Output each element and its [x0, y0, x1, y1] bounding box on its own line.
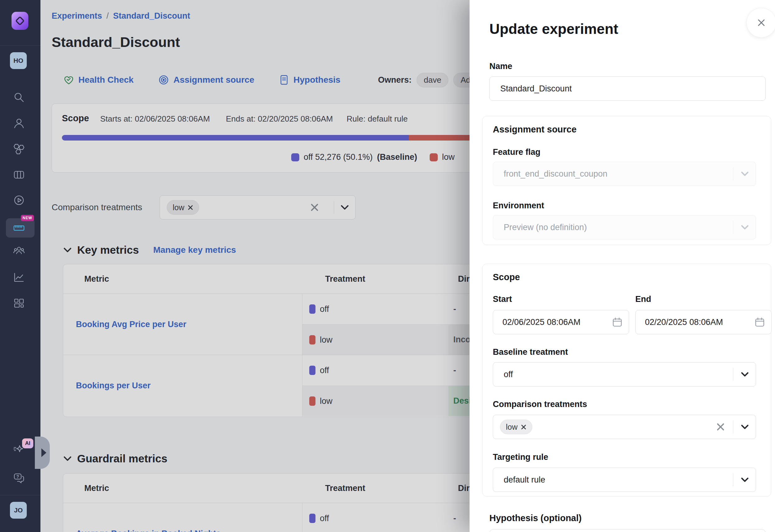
- comparison-treatments-label: Comparison treatments: [52, 195, 142, 220]
- name-label: Name: [490, 62, 513, 71]
- sidebar-item-search[interactable]: [13, 92, 25, 104]
- treatment-chip-low[interactable]: low: [500, 420, 532, 434]
- page-title: Standard_Discount: [52, 34, 180, 50]
- ruler-icon: [13, 222, 25, 234]
- sidebar-item-layouts[interactable]: [13, 169, 25, 181]
- app-logo[interactable]: [12, 12, 28, 30]
- legend-baseline-tag: (Baseline): [377, 152, 417, 162]
- sidebar-item-insights[interactable]: [13, 271, 25, 283]
- collapse-chevron-icon[interactable]: [63, 456, 72, 461]
- chip-remove-icon[interactable]: [521, 424, 527, 430]
- assignment-source-label: Assignment source: [173, 75, 254, 85]
- drawer-title: Update experiment: [490, 21, 618, 37]
- chevron-down-icon: [741, 225, 749, 230]
- treatment-name: off: [320, 366, 329, 375]
- sidebar-item-metrics-active[interactable]: [13, 222, 25, 234]
- treatment-chip-low[interactable]: low: [167, 200, 199, 215]
- metric-cell: Average Bookings in Booked Nights: [63, 503, 302, 532]
- select-divider: [733, 368, 733, 381]
- end-date-input[interactable]: 02/20/2025 08:06AM: [635, 310, 772, 334]
- name-value: Standard_Discount: [500, 84, 572, 94]
- clear-selection-icon[interactable]: [310, 203, 318, 211]
- chevron-down-icon[interactable]: [741, 478, 749, 482]
- chip-remove-icon[interactable]: [188, 205, 193, 210]
- metric-link-booking-avg-price[interactable]: Booking Avg Price per User: [76, 320, 186, 329]
- low-swatch: [430, 153, 438, 161]
- start-date-input[interactable]: 02/06/2025 08:06AM: [493, 310, 629, 334]
- hypothesis-optional-label: Hypothesis (optional): [490, 513, 582, 523]
- sidebar-item-audiences[interactable]: [13, 246, 25, 257]
- close-button[interactable]: [746, 8, 775, 38]
- play-circle-icon: [13, 194, 25, 206]
- chevron-down-icon[interactable]: [741, 372, 749, 377]
- drawer-scope-card: Scope Start End 02/06/2025 08:06AM 02/20…: [482, 264, 771, 497]
- app-screen: Experiments / Standard_Discount Standard…: [0, 0, 775, 532]
- heart-check-icon: [63, 75, 74, 85]
- owner-chip-dave: dave: [417, 73, 448, 87]
- drawer-scope-title: Scope: [493, 272, 520, 282]
- dashboard-grid-icon: [13, 297, 25, 309]
- name-input[interactable]: Standard_Discount: [490, 76, 766, 101]
- collapse-chevron-icon[interactable]: [63, 247, 72, 252]
- treatment-name: off: [320, 304, 329, 314]
- avatar-ho[interactable]: HO: [10, 52, 27, 69]
- allocation-segment-off: [62, 135, 409, 141]
- calendar-icon[interactable]: [754, 317, 765, 327]
- off-swatch: [309, 514, 315, 523]
- col-metric: Metric: [84, 483, 109, 493]
- select-divider: [334, 201, 334, 214]
- breadcrumb-current[interactable]: Standard_Discount: [113, 11, 190, 21]
- off-swatch: [309, 304, 315, 314]
- health-check-link[interactable]: Health Check: [63, 75, 133, 85]
- treatment-name: off: [320, 514, 329, 523]
- new-badge: NEW: [21, 215, 34, 221]
- svg-text:?: ?: [16, 474, 19, 479]
- update-experiment-drawer: Update experiment Name Standard_Discount…: [470, 0, 775, 532]
- chevron-right-icon: [41, 448, 46, 457]
- col-metric: Metric: [84, 274, 109, 284]
- avatar-jo[interactable]: JO: [10, 502, 27, 519]
- hypothesis-link[interactable]: Hypothesis: [279, 75, 340, 85]
- line-chart-icon: [13, 271, 25, 283]
- logo-diamond-icon: [13, 14, 27, 28]
- targeting-rule-select[interactable]: default rule: [493, 468, 756, 492]
- treatment-chip-low-label: low: [173, 203, 184, 212]
- sidebar-item-launches[interactable]: [13, 194, 25, 206]
- drawer-comparison-select[interactable]: low: [493, 415, 756, 439]
- hypothesis-textarea[interactable]: [490, 529, 766, 532]
- sidebar-expand-handle[interactable]: [35, 437, 50, 469]
- clear-selection-icon[interactable]: [717, 423, 725, 431]
- metric-link-guardrail[interactable]: Average Bookings in Booked Nights: [76, 529, 221, 532]
- select-divider: [733, 167, 733, 180]
- scope-ends-at: Ends at: 02/20/2025 08:06AM: [226, 114, 333, 124]
- sidebar: HO NEW: [0, 0, 40, 532]
- comparison-treatments-select[interactable]: low: [160, 195, 355, 220]
- treatment-name: low: [320, 335, 332, 345]
- sidebar-item-feature-flags[interactable]: [13, 143, 25, 155]
- help-chat-icon: ?: [13, 472, 25, 484]
- feature-flag-value: front_end_discount_coupon: [504, 169, 607, 179]
- metric-link-bookings-per-user[interactable]: Bookings per User: [76, 381, 151, 391]
- calendar-icon[interactable]: [612, 317, 623, 327]
- key-metrics-header: Key metrics Manage key metrics: [63, 244, 236, 256]
- health-check-label: Health Check: [78, 75, 133, 85]
- manage-key-metrics-link[interactable]: Manage key metrics: [153, 245, 236, 255]
- sidebar-item-help[interactable]: ?: [13, 472, 25, 484]
- metric-cell: Bookings per User: [63, 355, 302, 416]
- feature-flag-select: front_end_discount_coupon: [493, 162, 756, 186]
- scope-starts-at: Starts at: 02/06/2025 08:06AM: [100, 114, 210, 124]
- environment-select: Preview (no definition): [493, 215, 756, 239]
- assignment-source-link[interactable]: Assignment source: [158, 75, 254, 85]
- baseline-treatment-select[interactable]: off: [493, 362, 756, 386]
- select-divider: [733, 420, 733, 433]
- assignment-source-card: Assignment source Feature flag front_end…: [482, 116, 771, 245]
- sidebar-item-profile[interactable]: [13, 118, 25, 129]
- key-metrics-title: Key metrics: [77, 244, 139, 256]
- chevron-down-icon[interactable]: [340, 205, 349, 210]
- off-swatch: [291, 153, 299, 161]
- breadcrumb-experiments[interactable]: Experiments: [52, 11, 102, 21]
- sidebar-item-dashboards[interactable]: [13, 297, 25, 309]
- drawer-comparison-label: Comparison treatments: [493, 400, 587, 409]
- chevron-down-icon[interactable]: [741, 425, 749, 429]
- allocation-legend: off 52,276 (50.1%) (Baseline) low: [291, 152, 455, 162]
